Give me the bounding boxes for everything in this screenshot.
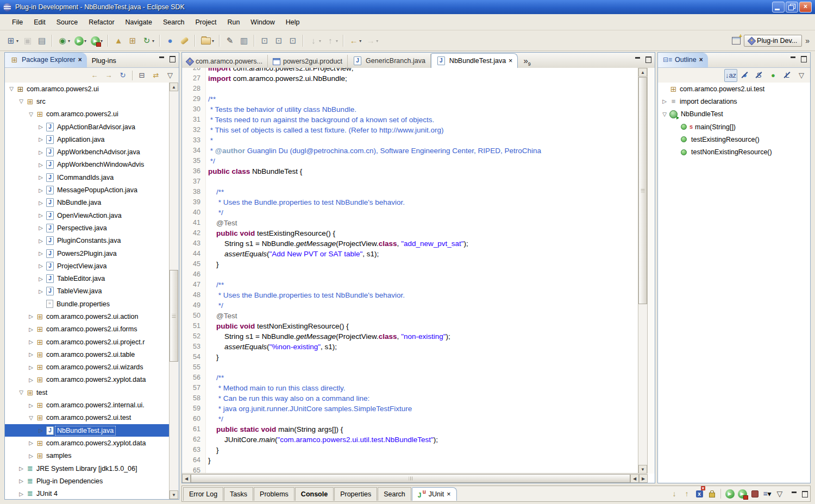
collapsed-arrow-icon[interactable]: ▷ <box>17 478 26 484</box>
bottom-minimize-button[interactable] <box>791 490 799 497</box>
collapsed-arrow-icon[interactable]: ▷ <box>36 263 45 269</box>
package-explorer-item[interactable]: ▷JPowers2Plugin.java <box>5 247 170 260</box>
close-package-explorer-icon[interactable]: × <box>78 56 82 64</box>
code-line[interactable]: 27import com.aramco.powers2.ui.NbBundle; <box>182 73 638 84</box>
tab-plug-ins[interactable]: Plug-ins <box>87 55 121 67</box>
collapsed-arrow-icon[interactable]: ▷ <box>27 339 35 345</box>
code-line[interactable]: 34 * @author Guanglin Du (dugl@petrochin… <box>182 146 638 156</box>
package-explorer-item[interactable]: ▷⊞samples <box>5 450 170 462</box>
scroll-up-icon[interactable]: ▲ <box>638 68 647 77</box>
code-line[interactable]: 37 <box>182 177 638 187</box>
code-line[interactable]: 43 String s1 = NbBundle.getMessage(Proje… <box>182 238 638 249</box>
package-explorer-item[interactable]: ▷JAppWorkbenchWindowAdvis <box>5 159 170 171</box>
window-close-button[interactable]: × <box>799 2 812 12</box>
bottom-tab-error-log[interactable]: Error Log <box>183 487 223 501</box>
editor-horizontal-scrollbar[interactable]: ◀ ◀ ▶ <box>182 473 648 483</box>
code-line[interactable]: 53 assertEquals("%non-existing", s1); <box>182 342 638 352</box>
view-minimize-button[interactable] <box>789 55 798 62</box>
hide-static-button[interactable]: S <box>753 69 766 82</box>
code-line[interactable]: 57 * Method main to run this class direc… <box>182 383 638 393</box>
close-outline-icon[interactable]: × <box>699 56 703 64</box>
editor-tab-powers2gui-product[interactable]: powers2gui.product <box>268 55 348 68</box>
package-explorer-item[interactable]: ▷≣JUnit 4 <box>5 488 170 500</box>
code-line[interactable]: 62 JUnitCore.main("com.aramco.powers2.ui… <box>182 434 638 445</box>
scroll-down-icon[interactable]: ▼ <box>638 465 647 474</box>
stop-button[interactable] <box>749 488 760 499</box>
package-explorer-item[interactable]: ▷JProjectView.java <box>5 260 170 272</box>
code-line[interactable]: 35 */ <box>182 156 638 166</box>
package-explorer-item[interactable]: ▷JApplication.java <box>5 133 170 146</box>
code-line[interactable]: 41 @Test <box>182 218 638 228</box>
go-into-button[interactable]: ↻ <box>116 69 129 82</box>
menu-refactor[interactable]: Refactor <box>83 16 120 28</box>
overview-ruler[interactable] <box>647 68 655 474</box>
scroll-left-icon[interactable]: ◀ <box>182 474 191 483</box>
editor-vertical-scrollbar[interactable]: ▲ ▼ <box>638 68 648 474</box>
editor-shortcut-button-2[interactable]: ⊡ <box>272 34 286 47</box>
collapsed-arrow-icon[interactable]: ▷ <box>36 427 45 433</box>
code-line[interactable]: 49 */ <box>182 300 638 311</box>
clipboard-button[interactable]: ▥ <box>237 34 251 47</box>
rerun-failed-button[interactable]: ▶ <box>737 488 748 499</box>
code-line[interactable]: 32 * This set of objects is called a tes… <box>182 125 638 135</box>
scroll-down-icon[interactable]: ▼ <box>170 490 178 499</box>
collapsed-arrow-icon[interactable]: ▷ <box>27 326 35 332</box>
bottom-tab-search[interactable]: Search <box>378 487 411 501</box>
bottom-tab-properties[interactable]: Properties <box>334 487 377 501</box>
forward-button[interactable]: →▾ <box>363 34 380 47</box>
hide-fields-button[interactable]: ● <box>738 69 751 82</box>
hide-local-types-button[interactable]: L <box>781 69 794 82</box>
menu-run[interactable]: Run <box>222 16 245 28</box>
new-wizard-button[interactable]: ⊞▾ <box>4 34 21 47</box>
collapse-all-button[interactable]: ⊟ <box>135 69 148 82</box>
open-perspective-icon[interactable] <box>732 37 741 45</box>
code-line[interactable]: 54 } <box>182 352 638 362</box>
code-line[interactable]: 40 */ <box>182 207 638 218</box>
collapsed-arrow-icon[interactable]: ▷ <box>36 212 45 218</box>
package-explorer-item[interactable]: ▷JTableEditor.java <box>5 272 170 285</box>
print-button[interactable]: ▤ <box>35 34 49 47</box>
editor-shortcut-button-3[interactable]: ⊡ <box>286 34 300 47</box>
expanded-arrow-icon[interactable]: ▽ <box>27 111 35 117</box>
save-button[interactable]: ▣ <box>21 34 35 47</box>
code-line[interactable]: 52 String s1 = NbBundle.getMessage(Proje… <box>182 331 638 342</box>
package-explorer-item[interactable]: ▷JOpenViewAction.java <box>5 209 170 222</box>
collapsed-arrow-icon[interactable]: ▷ <box>36 136 45 142</box>
package-explorer-item[interactable]: ▷⊞com.aramco.powers2.ui.forms <box>5 323 170 336</box>
code-line[interactable]: 51 public void testNonExistingResource()… <box>182 321 638 331</box>
scroll-up-icon[interactable]: ▲ <box>170 83 178 91</box>
code-line[interactable]: 44 assertEquals("Add New PVT or SAT tabl… <box>182 249 638 259</box>
code-line[interactable]: 64} <box>182 455 638 465</box>
collapsed-arrow-icon[interactable]: ▷ <box>36 225 45 231</box>
hide-nonpublic-button[interactable]: ● <box>767 69 780 82</box>
rerun-button[interactable]: ▶ <box>724 488 735 499</box>
menu-help[interactable]: Help <box>280 16 305 28</box>
collapsed-arrow-icon[interactable]: ▷ <box>36 288 45 294</box>
view-maximize-button[interactable] <box>800 55 808 62</box>
editor-shortcut-button-1[interactable]: ⊡ <box>258 34 272 47</box>
collapsed-arrow-icon[interactable]: ▷ <box>27 377 35 383</box>
bottom-tab-junit[interactable]: JUnit× <box>412 487 457 501</box>
package-explorer-item[interactable]: ▷JMessagePopupAction.java <box>5 184 170 196</box>
code-line[interactable]: 59 * java org.junit.runner.JUnitCore sam… <box>182 404 638 414</box>
package-explorer-item[interactable]: ▷JAppWorkbenchAdvisor.java <box>5 146 170 158</box>
collapsed-arrow-icon[interactable]: ▷ <box>36 276 45 282</box>
editor-tab-genericbranch-java[interactable]: JGenericBranch.java <box>348 54 431 68</box>
code-line[interactable]: 26import com.aramco.powers2.ui.ProjectVi… <box>182 68 638 73</box>
previous-failure-button[interactable]: ↑ <box>681 488 692 499</box>
package-explorer-item[interactable]: ▷JNbBundleTest.java <box>5 424 170 437</box>
bottom-view-menu-button[interactable]: ▽ <box>774 488 785 499</box>
tab-outline[interactable]: ⊟≡ Outline × <box>658 53 708 67</box>
outline-item[interactable]: testExistingResource() <box>658 133 810 146</box>
package-explorer-item[interactable]: ▷≣JRE System Library [jdk1.5.0_06] <box>5 462 170 475</box>
link-with-editor-button[interactable]: ⇄ <box>149 69 162 82</box>
search-button[interactable] <box>177 35 192 47</box>
perspective-plugin-dev-button[interactable]: Plug-in Dev... <box>744 35 802 47</box>
package-explorer-item[interactable]: ▽⊞com.aramco.powers2.ui.test <box>5 412 170 424</box>
run-button[interactable]: ▶▾ <box>72 35 89 47</box>
outline-item[interactable]: ▽NbBundleTest <box>658 108 810 121</box>
bottom-tab-console[interactable]: Console <box>295 487 334 501</box>
collapsed-arrow-icon[interactable]: ▷ <box>36 187 45 193</box>
code-line[interactable]: 47 /** <box>182 280 638 290</box>
collapsed-arrow-icon[interactable]: ▷ <box>36 200 45 206</box>
